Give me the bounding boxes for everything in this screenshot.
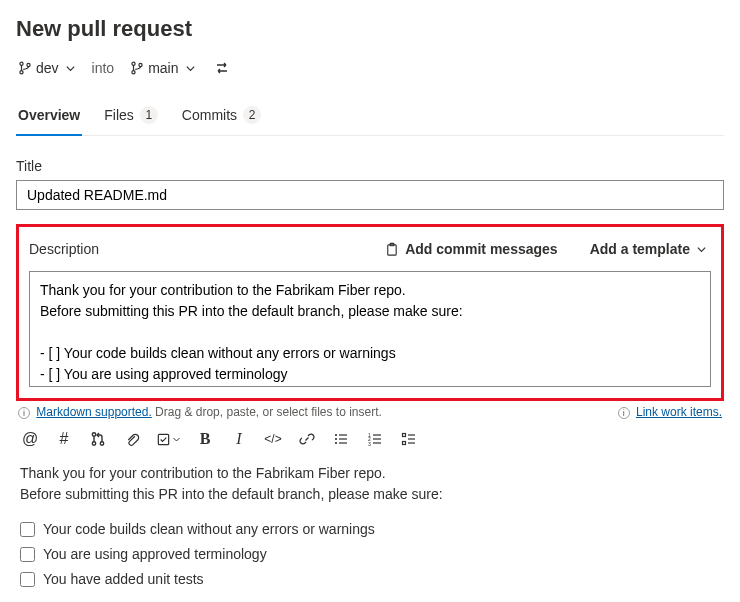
title-label: Title bbox=[16, 158, 724, 174]
add-template-button[interactable]: Add a template bbox=[586, 237, 711, 261]
svg-point-2 bbox=[27, 63, 30, 66]
svg-rect-21 bbox=[373, 434, 381, 435]
work-item-hash-button[interactable]: # bbox=[54, 429, 74, 449]
svg-point-5 bbox=[139, 63, 142, 66]
clipboard-icon bbox=[384, 242, 399, 257]
svg-point-14 bbox=[335, 442, 337, 444]
target-branch-name: main bbox=[148, 60, 178, 76]
description-highlight-box: Description Add commit messages Add a te… bbox=[16, 224, 724, 401]
preview-checkbox[interactable] bbox=[20, 547, 35, 562]
mention-button[interactable]: @ bbox=[20, 429, 40, 449]
link-work-items-link[interactable]: Link work items. bbox=[636, 405, 722, 419]
preview-check-label: You have added unit tests bbox=[43, 569, 204, 590]
italic-button[interactable]: I bbox=[229, 429, 249, 449]
svg-rect-22 bbox=[373, 438, 381, 439]
preview-checkbox[interactable] bbox=[20, 522, 35, 537]
source-branch-selector[interactable]: dev bbox=[16, 58, 78, 78]
chevron-down-icon bbox=[696, 244, 707, 255]
pr-reference-button[interactable] bbox=[88, 429, 108, 449]
svg-text:3: 3 bbox=[368, 441, 371, 447]
tabs: Overview Files 1 Commits 2 bbox=[16, 98, 724, 136]
description-textarea[interactable] bbox=[29, 271, 711, 387]
svg-rect-15 bbox=[339, 434, 347, 435]
code-button[interactable]: </> bbox=[263, 429, 283, 449]
chevron-down-icon bbox=[65, 63, 76, 74]
files-count-badge: 1 bbox=[140, 106, 158, 124]
toolbar-task-menu[interactable] bbox=[156, 432, 181, 447]
markdown-supported-link[interactable]: Markdown supported. bbox=[36, 405, 151, 419]
bold-button[interactable]: B bbox=[195, 429, 215, 449]
preview-check-label: You are using approved terminology bbox=[43, 544, 267, 565]
svg-point-8 bbox=[92, 433, 95, 436]
description-label: Description bbox=[29, 241, 356, 257]
tab-files[interactable]: Files 1 bbox=[102, 98, 160, 136]
branch-selector-row: dev into main bbox=[16, 56, 724, 80]
link-button[interactable] bbox=[297, 429, 317, 449]
tab-commits[interactable]: Commits 2 bbox=[180, 98, 263, 136]
target-branch-selector[interactable]: main bbox=[128, 58, 197, 78]
preview-check-item: Your code builds clean without any error… bbox=[20, 519, 720, 540]
preview-check-label: Your code builds clean without any error… bbox=[43, 519, 375, 540]
page-title: New pull request bbox=[16, 16, 724, 42]
title-input[interactable] bbox=[16, 180, 724, 210]
svg-point-0 bbox=[20, 62, 23, 65]
numbered-list-button[interactable]: 123 bbox=[365, 429, 385, 449]
source-branch-name: dev bbox=[36, 60, 59, 76]
checklist-button[interactable] bbox=[399, 429, 419, 449]
preview-checkbox[interactable] bbox=[20, 572, 35, 587]
markdown-toolbar: @ # B I </> bbox=[16, 425, 724, 459]
preview-check-item: You are using approved terminology bbox=[20, 544, 720, 565]
svg-rect-16 bbox=[339, 438, 347, 439]
attach-button[interactable] bbox=[122, 429, 142, 449]
svg-rect-24 bbox=[403, 434, 406, 437]
preview-intro: Thank you for your contribution to the F… bbox=[20, 463, 720, 505]
svg-rect-23 bbox=[373, 442, 381, 443]
into-label: into bbox=[84, 60, 123, 76]
svg-point-10 bbox=[100, 442, 103, 445]
swap-branches-button[interactable] bbox=[210, 56, 234, 80]
info-icon: i bbox=[18, 407, 30, 419]
commits-count-badge: 2 bbox=[243, 106, 261, 124]
svg-point-13 bbox=[335, 438, 337, 440]
add-commit-messages-button[interactable]: Add commit messages bbox=[380, 237, 562, 261]
svg-rect-25 bbox=[403, 442, 406, 445]
tab-overview[interactable]: Overview bbox=[16, 98, 82, 136]
svg-point-12 bbox=[335, 434, 337, 436]
svg-point-1 bbox=[20, 71, 23, 74]
drag-drop-hint: Drag & drop, paste, or select files to i… bbox=[155, 405, 382, 419]
info-icon: i bbox=[618, 407, 630, 419]
description-preview: Thank you for your contribution to the F… bbox=[16, 459, 724, 602]
svg-rect-6 bbox=[388, 244, 396, 254]
branch-icon bbox=[18, 61, 32, 75]
svg-rect-17 bbox=[339, 442, 347, 443]
svg-rect-11 bbox=[158, 434, 168, 444]
chevron-down-icon bbox=[185, 63, 196, 74]
svg-point-4 bbox=[132, 71, 135, 74]
description-hints: i Markdown supported. Drag & drop, paste… bbox=[18, 405, 722, 419]
svg-point-9 bbox=[92, 442, 95, 445]
bulleted-list-button[interactable] bbox=[331, 429, 351, 449]
svg-point-3 bbox=[132, 62, 135, 65]
branch-icon bbox=[130, 61, 144, 75]
preview-check-item: You have added unit tests bbox=[20, 569, 720, 590]
